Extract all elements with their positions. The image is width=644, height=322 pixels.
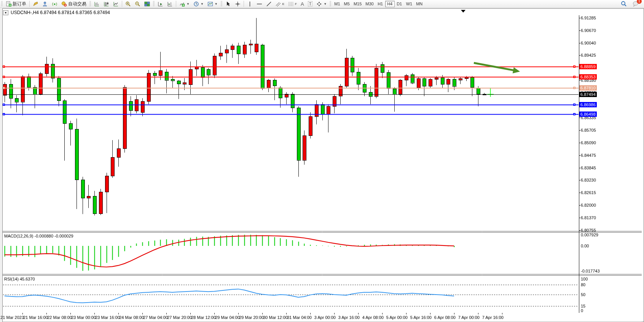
candlestick-chart-type-button[interactable] (102, 0, 111, 8)
axis-labels-layer: 6.912856.906706.900406.894256.881806.875… (0, 0, 644, 322)
auto-trading-label: 自动交易 (68, 1, 86, 7)
market-watch-button[interactable] (40, 0, 50, 8)
crosshair-tool-button[interactable] (233, 0, 242, 8)
toolbar-separator (176, 1, 176, 7)
zoom-in-button[interactable] (123, 0, 133, 8)
axis-tick-label: 6.91285 (581, 16, 596, 20)
axis-tick-label: 6.81370 (581, 215, 596, 220)
arrows-icon (316, 1, 322, 7)
search-icon (621, 1, 626, 7)
toolbar-grip[interactable] (153, 1, 155, 7)
axis-tick-label: 0.00 (581, 244, 589, 248)
timeframe-d1-button[interactable]: D1 (395, 1, 404, 7)
symbol-dropdown-button[interactable]: ▼ (3, 10, 8, 15)
chart-profile-button[interactable] (31, 0, 40, 8)
axis-tick-label: 6.83230 (581, 178, 596, 182)
chevron-down-icon: ▼ (215, 2, 218, 6)
bar-chart-icon (94, 1, 100, 7)
pencil-icon (33, 1, 38, 7)
signal-icon (52, 1, 57, 7)
new-order-button[interactable]: 新订单 (4, 0, 28, 8)
cursor-tool-button[interactable] (223, 0, 233, 8)
axis-tick-label: 6.82000 (581, 203, 596, 207)
fibonacci-tool-button[interactable]: F (286, 0, 299, 8)
periods-button[interactable]: ▼ (191, 0, 206, 8)
horizontal-line-tool-button[interactable] (255, 0, 264, 8)
axis-tick-label: 7 Apr 16:00 (473, 315, 504, 320)
vertical-line-icon (247, 1, 253, 7)
text-label-tool-button[interactable]: T (306, 0, 315, 8)
autotrade-icon (61, 1, 67, 7)
chevron-down-icon: ▼ (201, 2, 204, 6)
price-line-badge: 6.86986 (579, 102, 597, 107)
toolbar-separator (29, 1, 30, 7)
tile-windows-button[interactable] (142, 0, 152, 8)
axis-tick-label: 6.90670 (581, 28, 596, 33)
axis-tick-label: 6.83845 (581, 166, 596, 170)
timeframe-m15-button[interactable]: M15 (352, 1, 363, 7)
axis-tick-label: 50 (581, 292, 585, 297)
timeframe-m5-button[interactable]: M5 (342, 1, 352, 7)
toolbar-separator (244, 1, 244, 7)
scroll-to-end-marker-icon[interactable] (461, 10, 465, 13)
vertical-line-tool-button[interactable] (245, 0, 255, 8)
timeframe-m30-button[interactable]: M30 (363, 1, 375, 7)
candlestick-chart-icon (104, 1, 109, 7)
timeframe-h1-button[interactable]: H1 (376, 1, 385, 7)
channel-tool-sub-label: E (282, 2, 284, 6)
chart-shift-icon (167, 1, 173, 7)
auto-trading-button[interactable]: 自动交易 (59, 0, 88, 8)
indicators-icon (179, 1, 185, 7)
auto-scroll-button[interactable] (156, 0, 165, 8)
axis-tick-label: 6.89425 (581, 53, 596, 57)
channel-icon (276, 1, 281, 7)
axis-tick-label: 6.80755 (581, 228, 596, 233)
price-line-badge: 6.87494 (579, 92, 597, 97)
price-line-badge: 6.87810 (579, 85, 597, 91)
clock-icon (193, 1, 199, 7)
chat-button[interactable]: 1 (631, 0, 640, 8)
chart-shift-button[interactable] (165, 0, 175, 8)
line-chart-type-button[interactable] (111, 0, 121, 8)
timeframe-m1-button[interactable]: M1 (332, 1, 342, 7)
timeframe-h4-button[interactable]: H4 (385, 1, 395, 7)
text-tool-button[interactable]: A (299, 0, 306, 8)
zoom-out-icon (135, 1, 140, 7)
price-line-badge: 6.88353 (579, 74, 597, 80)
horizontal-line-icon (257, 1, 262, 7)
notification-badge: 1 (637, 0, 642, 4)
bar-chart-type-button[interactable] (92, 0, 102, 8)
line-chart-icon (113, 1, 119, 7)
cursor-icon (225, 1, 231, 7)
arrows-tool-button[interactable]: ▼ (314, 0, 328, 8)
toolbar-grip[interactable] (221, 1, 222, 7)
toolbar-grip[interactable] (1, 1, 3, 7)
equidistant-channel-tool-button[interactable]: E (274, 0, 286, 8)
templates-button[interactable]: ▼ (206, 0, 220, 8)
search-button[interactable] (619, 0, 628, 8)
auto-scroll-icon (158, 1, 163, 7)
fibo-tool-sub-label: F (295, 2, 297, 6)
rsi-indicator-label: RSI(14) 45.6370 (4, 277, 35, 281)
price-line-badge: 6.86498 (579, 112, 597, 117)
fibonacci-icon (288, 1, 294, 7)
toolbar-grip[interactable] (330, 1, 331, 7)
chart-title-row: ▼ USDCNH-,H4 6.87494 6.87814 6.87365 6.8… (3, 10, 110, 16)
axis-tick-label: 6.82615 (581, 190, 596, 195)
template-icon (207, 1, 213, 7)
signal-button[interactable] (50, 0, 59, 8)
label-tool-label: T (308, 1, 313, 6)
text-tool-label: A (301, 1, 304, 7)
timeframe-mn-button[interactable]: MN (414, 1, 424, 7)
zoom-out-button[interactable] (133, 0, 142, 8)
indicators-button[interactable]: ▼ (177, 0, 191, 8)
trendline-icon (266, 1, 272, 7)
timeframe-w1-button[interactable]: W1 (404, 1, 414, 7)
price-line-badge: 6.88859 (579, 64, 597, 69)
toolbar-separator (122, 1, 122, 7)
toolbar-grip[interactable] (89, 1, 91, 7)
main-toolbar: 新订单 自动交易 (0, 0, 644, 8)
axis-tick-label: 6.85705 (581, 128, 596, 132)
zoom-in-icon (125, 1, 131, 7)
trendline-tool-button[interactable] (264, 0, 274, 8)
